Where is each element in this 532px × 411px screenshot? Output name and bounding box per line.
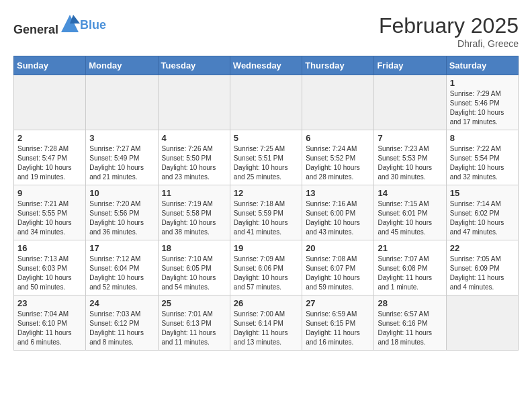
calendar-cell: 4Sunrise: 7:26 AM Sunset: 5:50 PM Daylig… <box>158 130 230 185</box>
calendar-cell: 7Sunrise: 7:23 AM Sunset: 5:53 PM Daylig… <box>374 130 446 185</box>
day-info: Sunrise: 7:05 AM Sunset: 6:09 PM Dayligh… <box>450 255 515 292</box>
day-number: 7 <box>378 133 442 143</box>
day-info: Sunrise: 7:00 AM Sunset: 6:14 PM Dayligh… <box>234 310 298 347</box>
day-info: Sunrise: 7:01 AM Sunset: 6:13 PM Dayligh… <box>162 310 226 347</box>
day-number: 27 <box>306 298 370 308</box>
calendar-header-row: SundayMondayTuesdayWednesdayThursdayFrid… <box>14 56 519 75</box>
day-info: Sunrise: 7:26 AM Sunset: 5:50 PM Dayligh… <box>162 144 226 182</box>
calendar-cell: 1Sunrise: 7:29 AM Sunset: 5:46 PM Daylig… <box>446 75 518 130</box>
day-number: 21 <box>378 243 442 253</box>
calendar-table: SundayMondayTuesdayWednesdayThursdayFrid… <box>13 56 519 351</box>
day-number: 12 <box>234 188 298 198</box>
calendar-cell: 2Sunrise: 7:28 AM Sunset: 5:47 PM Daylig… <box>14 130 86 185</box>
day-info: Sunrise: 7:04 AM Sunset: 6:10 PM Dayligh… <box>17 310 82 347</box>
calendar-week-row: 9Sunrise: 7:21 AM Sunset: 5:55 PM Daylig… <box>14 185 519 240</box>
calendar-cell: 22Sunrise: 7:05 AM Sunset: 6:09 PM Dayli… <box>446 240 518 295</box>
calendar-week-row: 1Sunrise: 7:29 AM Sunset: 5:46 PM Daylig… <box>14 75 519 130</box>
calendar-cell <box>230 75 302 130</box>
day-info: Sunrise: 7:08 AM Sunset: 6:07 PM Dayligh… <box>306 255 370 292</box>
calendar-cell: 28Sunrise: 6:57 AM Sunset: 6:16 PM Dayli… <box>374 295 446 351</box>
month-year-title: February 2025 <box>379 13 519 38</box>
calendar-cell: 18Sunrise: 7:10 AM Sunset: 6:05 PM Dayli… <box>158 240 230 295</box>
day-info: Sunrise: 7:29 AM Sunset: 5:46 PM Dayligh… <box>450 89 515 127</box>
day-number: 25 <box>162 298 226 308</box>
day-number: 19 <box>234 243 298 253</box>
day-info: Sunrise: 7:23 AM Sunset: 5:53 PM Dayligh… <box>378 144 442 182</box>
day-info: Sunrise: 7:07 AM Sunset: 6:08 PM Dayligh… <box>378 255 442 292</box>
calendar-cell: 10Sunrise: 7:20 AM Sunset: 5:56 PM Dayli… <box>86 185 158 240</box>
calendar-cell <box>86 75 158 130</box>
calendar-cell: 11Sunrise: 7:19 AM Sunset: 5:58 PM Dayli… <box>158 185 230 240</box>
day-number: 18 <box>162 243 226 253</box>
calendar-cell: 16Sunrise: 7:13 AM Sunset: 6:03 PM Dayli… <box>14 240 86 295</box>
calendar-cell: 15Sunrise: 7:14 AM Sunset: 6:02 PM Dayli… <box>446 185 518 240</box>
column-header-sunday: Sunday <box>14 56 86 75</box>
day-info: Sunrise: 7:25 AM Sunset: 5:51 PM Dayligh… <box>234 144 298 182</box>
day-info: Sunrise: 7:13 AM Sunset: 6:03 PM Dayligh… <box>17 255 82 292</box>
calendar-cell: 19Sunrise: 7:09 AM Sunset: 6:06 PM Dayli… <box>230 240 302 295</box>
day-info: Sunrise: 7:27 AM Sunset: 5:49 PM Dayligh… <box>89 144 154 182</box>
day-number: 2 <box>17 133 82 143</box>
day-number: 4 <box>162 133 226 143</box>
page-header: General Blue February 2025 Dhrafi, Greec… <box>13 13 519 49</box>
calendar-week-row: 23Sunrise: 7:04 AM Sunset: 6:10 PM Dayli… <box>14 295 519 351</box>
day-number: 3 <box>89 133 154 143</box>
day-info: Sunrise: 6:59 AM Sunset: 6:15 PM Dayligh… <box>306 310 370 347</box>
calendar-cell: 9Sunrise: 7:21 AM Sunset: 5:55 PM Daylig… <box>14 185 86 240</box>
calendar-cell <box>158 75 230 130</box>
calendar-cell: 14Sunrise: 7:15 AM Sunset: 6:01 PM Dayli… <box>374 185 446 240</box>
day-number: 11 <box>162 188 226 198</box>
calendar-week-row: 16Sunrise: 7:13 AM Sunset: 6:03 PM Dayli… <box>14 240 519 295</box>
day-info: Sunrise: 7:28 AM Sunset: 5:47 PM Dayligh… <box>17 144 82 182</box>
day-info: Sunrise: 6:57 AM Sunset: 6:16 PM Dayligh… <box>378 310 442 347</box>
day-info: Sunrise: 7:16 AM Sunset: 6:00 PM Dayligh… <box>306 199 370 237</box>
calendar-cell: 6Sunrise: 7:24 AM Sunset: 5:52 PM Daylig… <box>302 130 374 185</box>
day-number: 5 <box>234 133 298 143</box>
day-number: 23 <box>17 298 82 308</box>
column-header-friday: Friday <box>374 56 446 75</box>
logo-blue: Blue <box>80 18 106 32</box>
column-header-thursday: Thursday <box>302 56 374 75</box>
day-info: Sunrise: 7:12 AM Sunset: 6:04 PM Dayligh… <box>89 255 154 292</box>
day-number: 17 <box>89 243 154 253</box>
location-subtitle: Dhrafi, Greece <box>379 38 519 49</box>
title-block: February 2025 Dhrafi, Greece <box>379 13 519 49</box>
calendar-cell <box>302 75 374 130</box>
day-number: 8 <box>450 133 515 143</box>
calendar-cell: 20Sunrise: 7:08 AM Sunset: 6:07 PM Dayli… <box>302 240 374 295</box>
day-number: 15 <box>450 188 515 198</box>
day-info: Sunrise: 7:15 AM Sunset: 6:01 PM Dayligh… <box>378 199 442 237</box>
day-number: 10 <box>89 188 154 198</box>
day-number: 1 <box>450 78 515 88</box>
column-header-wednesday: Wednesday <box>230 56 302 75</box>
day-info: Sunrise: 7:20 AM Sunset: 5:56 PM Dayligh… <box>89 199 154 237</box>
day-info: Sunrise: 7:21 AM Sunset: 5:55 PM Dayligh… <box>17 199 82 237</box>
calendar-cell: 26Sunrise: 7:00 AM Sunset: 6:14 PM Dayli… <box>230 295 302 351</box>
logo-icon <box>60 13 80 34</box>
day-number: 16 <box>17 243 82 253</box>
calendar-cell: 21Sunrise: 7:07 AM Sunset: 6:08 PM Dayli… <box>374 240 446 295</box>
column-header-saturday: Saturday <box>446 56 518 75</box>
day-info: Sunrise: 7:09 AM Sunset: 6:06 PM Dayligh… <box>234 255 298 292</box>
day-number: 6 <box>306 133 370 143</box>
calendar-cell: 24Sunrise: 7:03 AM Sunset: 6:12 PM Dayli… <box>86 295 158 351</box>
calendar-cell: 3Sunrise: 7:27 AM Sunset: 5:49 PM Daylig… <box>86 130 158 185</box>
day-info: Sunrise: 7:10 AM Sunset: 6:05 PM Dayligh… <box>162 255 226 292</box>
calendar-cell: 13Sunrise: 7:16 AM Sunset: 6:00 PM Dayli… <box>302 185 374 240</box>
calendar-cell: 8Sunrise: 7:22 AM Sunset: 5:54 PM Daylig… <box>446 130 518 185</box>
calendar-cell <box>374 75 446 130</box>
calendar-cell: 23Sunrise: 7:04 AM Sunset: 6:10 PM Dayli… <box>14 295 86 351</box>
logo: General Blue <box>13 13 106 37</box>
calendar-cell: 5Sunrise: 7:25 AM Sunset: 5:51 PM Daylig… <box>230 130 302 185</box>
day-info: Sunrise: 7:22 AM Sunset: 5:54 PM Dayligh… <box>450 144 515 182</box>
calendar-cell <box>14 75 86 130</box>
calendar-week-row: 2Sunrise: 7:28 AM Sunset: 5:47 PM Daylig… <box>14 130 519 185</box>
day-number: 9 <box>17 188 82 198</box>
day-number: 22 <box>450 243 515 253</box>
calendar-cell: 25Sunrise: 7:01 AM Sunset: 6:13 PM Dayli… <box>158 295 230 351</box>
day-info: Sunrise: 7:03 AM Sunset: 6:12 PM Dayligh… <box>89 310 154 347</box>
calendar-cell <box>446 295 518 351</box>
day-info: Sunrise: 7:19 AM Sunset: 5:58 PM Dayligh… <box>162 199 226 237</box>
day-number: 24 <box>89 298 154 308</box>
day-number: 14 <box>378 188 442 198</box>
